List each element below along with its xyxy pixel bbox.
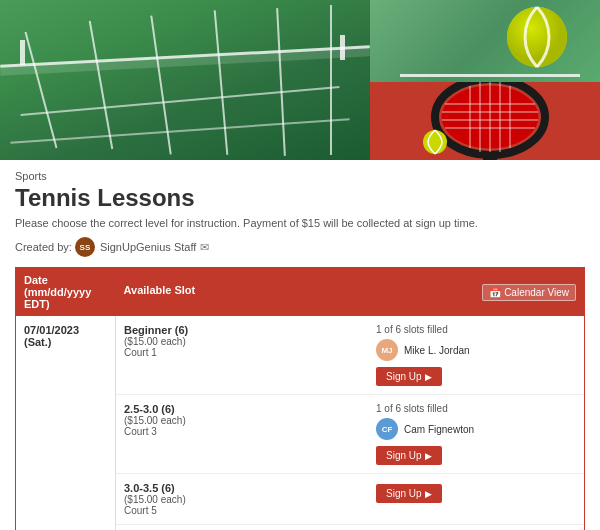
slot-location: Court 1 [124, 347, 366, 358]
participant: CF Cam Fignewton [376, 418, 576, 440]
slot-cell: Beginner (6) ($15.00 each) Court 1 1 of … [116, 316, 585, 530]
hero-banner [0, 0, 600, 160]
created-by-label: Created by: [15, 241, 72, 253]
slot-status: Sign Up ▶ [376, 482, 576, 516]
slot-row: 2.5-3.0 (6) ($15.00 each) Court 3 1 of 6… [116, 395, 584, 474]
slot-price: ($15.00 each) [124, 336, 366, 347]
created-by-section: Created by: SS SignUpGenius Staff ✉ [15, 237, 585, 257]
main-content: Sports Tennis Lessons Please choose the … [0, 160, 600, 530]
racket-svg [390, 82, 590, 160]
date-column-header: Date (mm/dd/yyyy EDT) [16, 268, 116, 317]
slot-status: 1 of 6 slots filled MJ Mike L. Jordan Si… [376, 324, 576, 386]
slot-column-header: Available Slot 📅 Calendar View [116, 268, 585, 317]
date-cell: 07/01/2023 (Sat.) [16, 316, 116, 530]
slot-row: 3.0-3.5 (6) ($15.00 each) Court 5 Sign U… [116, 474, 584, 525]
slot-name: 3.0-3.5 (6) [124, 482, 366, 494]
slot-price: ($15.00 each) [124, 415, 366, 426]
slot-info: 3.0-3.5 (6) ($15.00 each) Court 5 [124, 482, 376, 516]
creator-avatar: SS [75, 237, 95, 257]
slot-location: Court 3 [124, 426, 366, 437]
slot-status: 1 of 6 slots filled CF Cam Fignewton Sig… [376, 403, 576, 465]
category-label: Sports [15, 170, 585, 182]
tennis-ball-svg [505, 5, 570, 70]
signup-button[interactable]: Sign Up ▶ [376, 446, 442, 465]
hero-ball-image [370, 0, 600, 82]
email-icon: ✉ [200, 241, 209, 254]
signup-icon: ▶ [425, 372, 432, 382]
calendar-icon: 📅 [489, 287, 501, 298]
participant-avatar: CF [376, 418, 398, 440]
svg-rect-13 [483, 152, 497, 160]
signup-button[interactable]: Sign Up ▶ [376, 484, 442, 503]
participant-name: Mike L. Jordan [404, 345, 470, 356]
participant-name: Cam Fignewton [404, 424, 474, 435]
svg-point-1 [507, 7, 567, 67]
slot-location: Court 5 [124, 505, 366, 516]
filled-text: 1 of 6 slots filled [376, 403, 576, 414]
hero-racket-image [370, 82, 600, 160]
calendar-view-button[interactable]: 📅 Calendar View [482, 284, 576, 301]
slot-price: ($15.00 each) [124, 494, 366, 505]
slot-row: Beginner (6) ($15.00 each) Court 1 1 of … [116, 316, 584, 395]
page-description: Please choose the correct level for inst… [15, 217, 585, 229]
page-title: Tennis Lessons [15, 184, 585, 212]
slot-info: Beginner (6) ($15.00 each) Court 1 [124, 324, 376, 386]
signup-icon: ▶ [425, 451, 432, 461]
slot-name: Beginner (6) [124, 324, 366, 336]
signup-icon: ▶ [425, 489, 432, 499]
slot-info: 2.5-3.0 (6) ($15.00 each) Court 3 [124, 403, 376, 465]
filled-text: 1 of 6 slots filled [376, 324, 576, 335]
creator-name: SignUpGenius Staff [100, 241, 196, 253]
svg-point-17 [423, 130, 447, 154]
hero-court-image [0, 0, 370, 160]
slot-row: 3.5-4.0 (6) ($15.00 each) Court 7 1 of 6… [116, 525, 584, 530]
participant: MJ Mike L. Jordan [376, 339, 576, 361]
signup-button[interactable]: Sign Up ▶ [376, 367, 442, 386]
signup-table: Date (mm/dd/yyyy EDT) Available Slot 📅 C… [15, 267, 585, 530]
participant-avatar: MJ [376, 339, 398, 361]
slot-name: 2.5-3.0 (6) [124, 403, 366, 415]
